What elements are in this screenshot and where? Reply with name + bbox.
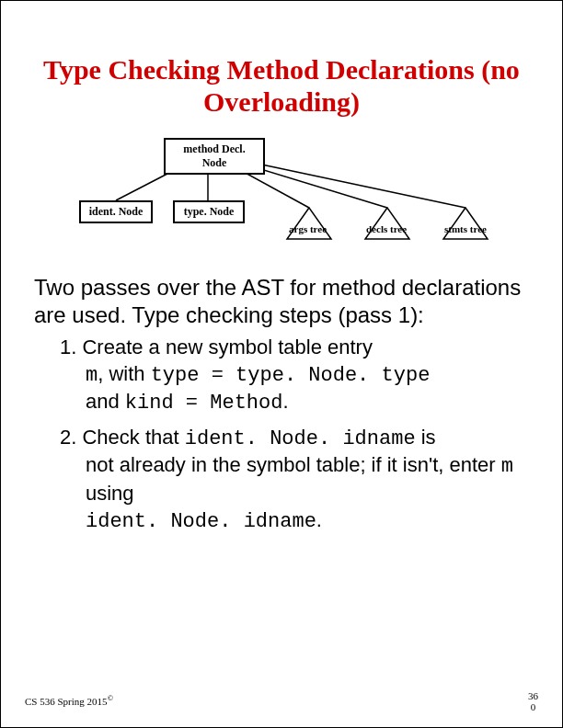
mono-idname1: ident. Node. idname [185,427,416,450]
intro-paragraph: Two passes over the AST for method decla… [34,274,529,329]
step-2: 2. Check that ident. Node. idname is not… [60,425,529,535]
step2-line3: ident. Node. idname. [86,507,529,536]
mono-m1: m [86,364,98,387]
step2-lead: 2. Check that ident. Node. idname is [60,426,436,449]
label-stmts-tree: stmts tree [444,223,487,234]
mono-method: Method [210,392,282,415]
step1-line3: and kind = Method. [86,389,529,417]
label-decls-tree: decls tree [366,223,407,234]
text-with: , with [98,362,150,385]
text-period2: . [316,508,322,531]
slide-title: Type Checking Method Declarations (no Ov… [34,54,529,118]
step1-lead: 1. Create a new symbol table entry [60,336,373,358]
slide-page: Type Checking Method Declarations (no Ov… [0,0,563,728]
label-args-tree: args tree [289,223,327,234]
node-identnode: ident. Node [79,200,153,223]
ast-diagram: method Decl. Node ident. Node type. Node… [61,136,502,256]
footer-course: CS 536 Spring 2015© [25,693,113,707]
pagenum-top: 36 [528,690,538,701]
mono-idname2: ident. Node. idname [86,510,316,533]
diagram-edges [61,136,502,256]
node-methoddecl: method Decl. Node [164,138,265,175]
mono-m2: m [501,455,513,478]
node-typenode: type. Node [173,200,245,223]
copyright-icon: © [108,693,114,702]
text-and: and [86,390,125,413]
mono-typenode-type: type. Node. type [236,364,430,387]
step-1: 1. Create a new symbol table entry m, wi… [60,335,529,417]
text-period1: . [282,390,288,413]
mono-eq1: = [199,364,236,387]
steps-list: 1. Create a new symbol table entry m, wi… [60,335,529,535]
footer-pagenum: 36 0 [528,690,538,712]
mono-eq2: = [174,392,211,415]
mono-kind: kind [125,392,174,415]
pagenum-bot: 0 [528,701,538,712]
text-notalready: not already in the symbol table; if it i… [86,453,501,476]
footer-course-text: CS 536 Spring 2015 [25,696,108,707]
mono-type-lhs: type [151,364,200,387]
step2-line2: not already in the symbol table; if it i… [86,452,529,506]
text-is: is [416,426,436,449]
step1-line2: m, with type = type. Node. type [86,361,529,390]
svg-line-4 [240,160,465,208]
text-using: using [86,482,134,505]
